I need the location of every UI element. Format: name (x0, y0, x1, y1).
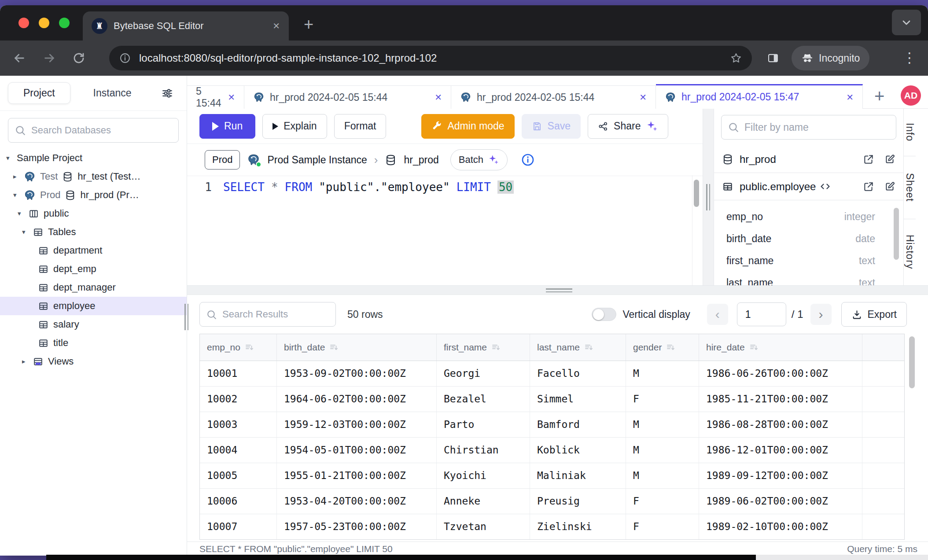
table-row[interactable]: 100071957-05-23T00:00:00ZTzvetanZielinsk… (200, 514, 904, 539)
close-tab-icon[interactable]: ✕ (273, 21, 280, 31)
tree-settings-button[interactable] (161, 87, 173, 99)
minimize-window-button[interactable] (39, 18, 49, 28)
external-link-icon[interactable] (863, 154, 874, 165)
bookmark-star-icon[interactable] (730, 52, 742, 64)
schema-database-row[interactable]: hr_prod (714, 146, 903, 173)
sidebar-resize-handle[interactable] (184, 304, 188, 330)
browser-tab[interactable]: ♜ Bytebase SQL Editor ✕ (83, 11, 289, 41)
new-sheet-button[interactable]: + (874, 86, 884, 106)
database-search-input[interactable] (31, 125, 172, 136)
tree-item-table-department[interactable]: department (0, 241, 187, 260)
database-name[interactable]: hr_prod (404, 154, 438, 166)
code-icon[interactable] (819, 181, 831, 192)
external-link-icon[interactable] (863, 181, 874, 192)
site-info-icon[interactable] (119, 52, 131, 64)
tree-item-test-hr-test[interactable]: ▸ Test hr_test (Test… (0, 167, 187, 186)
column-header[interactable]: first_name (437, 334, 530, 361)
tree-item-tables-group[interactable]: ▾ Tables (0, 223, 187, 241)
close-tab-icon[interactable]: ✕ (846, 92, 854, 103)
next-page-button[interactable]: › (810, 304, 832, 325)
editor-tab-3[interactable]: hr_prod 2024-02-05 15:44 ✕ (451, 85, 656, 109)
results-horizontal-divider[interactable] (187, 285, 928, 295)
caret-down-icon[interactable]: ▾ (13, 191, 19, 199)
vertical-display-toggle[interactable] (592, 308, 616, 321)
page-number-input[interactable] (737, 302, 786, 326)
schema-table-row[interactable]: public.employee (714, 173, 903, 200)
sort-icon[interactable] (329, 343, 338, 352)
editor-tab-4-active[interactable]: hr_prod 2024-02-05 15:47 ✕ (656, 84, 863, 109)
horizontal-resize-handle[interactable] (546, 288, 572, 294)
close-tab-icon[interactable]: ✕ (639, 92, 647, 103)
run-button[interactable]: Run (199, 114, 255, 139)
admin-mode-button[interactable]: Admin mode (421, 114, 514, 139)
reload-button[interactable] (72, 52, 85, 65)
export-button[interactable]: Export (841, 302, 907, 327)
format-button[interactable]: Format (334, 114, 387, 139)
table-row[interactable]: 100031959-12-03T00:00:00ZPartoBamfordM19… (200, 412, 904, 438)
tab-project[interactable]: Project (8, 82, 70, 104)
vertical-resize-handle[interactable] (706, 184, 710, 210)
new-tab-button[interactable]: + (304, 15, 313, 34)
caret-down-icon[interactable]: ▾ (18, 210, 24, 217)
tab-history[interactable]: History (904, 219, 916, 285)
caret-right-icon[interactable]: ▸ (22, 357, 28, 365)
instance-name[interactable]: Prod Sample Instance (267, 154, 367, 166)
sort-icon[interactable] (666, 343, 675, 352)
share-button[interactable]: Share (588, 114, 668, 139)
tree-item-schema-public[interactable]: ▾ public (0, 204, 187, 223)
side-panel-button[interactable] (767, 52, 779, 66)
results-search-input[interactable] (222, 309, 329, 320)
tab-instance[interactable]: Instance (93, 87, 132, 99)
browser-menu-button[interactable]: ⋮ (902, 49, 917, 66)
table-row[interactable]: 100051955-01-21T00:00:00ZKyoichiMaliniak… (200, 463, 904, 489)
editor-scrollbar[interactable] (692, 175, 700, 285)
sort-icon[interactable] (749, 343, 758, 352)
editor-tab-2[interactable]: hr_prod 2024-02-05 15:44 ✕ (244, 85, 451, 109)
close-tab-icon[interactable]: ✕ (228, 92, 235, 103)
forward-button[interactable] (42, 51, 56, 65)
tab-search-chevron-button[interactable] (892, 10, 921, 35)
close-tab-icon[interactable]: ✕ (435, 92, 442, 103)
sort-icon[interactable] (491, 343, 500, 352)
table-row[interactable]: 100021964-06-02T00:00:00ZBezalelSimmelF1… (200, 387, 904, 412)
prev-page-button[interactable]: ‹ (707, 304, 728, 325)
close-window-button[interactable] (18, 18, 29, 28)
sort-icon[interactable] (245, 343, 254, 352)
explain-button[interactable]: Explain (262, 114, 327, 139)
sort-icon[interactable] (584, 343, 593, 352)
caret-down-icon[interactable]: ▾ (22, 228, 28, 236)
column-header[interactable]: last_name (530, 334, 626, 361)
tab-info[interactable]: Info (904, 109, 916, 156)
sql-editor[interactable]: 1 SELECT * FROM "public"."employee" LIMI… (187, 176, 703, 285)
panel-vertical-divider[interactable] (703, 109, 714, 285)
edit-icon[interactable] (884, 181, 895, 192)
tree-item-table-salary[interactable]: salary (0, 315, 187, 334)
tree-item-table-title[interactable]: title (0, 334, 187, 352)
url-bar[interactable]: localhost:8080/sql-editor/prod-sample-in… (109, 46, 752, 70)
back-button[interactable] (12, 51, 26, 65)
caret-right-icon[interactable]: ▸ (13, 173, 19, 181)
user-avatar[interactable]: AD (901, 85, 921, 106)
schema-filter[interactable] (721, 115, 896, 140)
tree-item-views-group[interactable]: ▸ Views (0, 352, 187, 371)
table-scrollbar-thumb[interactable] (909, 336, 915, 388)
column-header[interactable]: hire_date (699, 334, 862, 361)
save-button[interactable]: Save (522, 114, 581, 139)
column-header[interactable]: gender (626, 334, 699, 361)
connection-info-icon[interactable] (521, 153, 535, 167)
zoom-window-button[interactable] (59, 18, 70, 28)
table-row[interactable]: 100061953-04-20T00:00:00ZAnnekePreusigF1… (200, 489, 904, 514)
tree-item-sample-project[interactable]: ▾ Sample Project (0, 149, 187, 167)
editor-tab-1[interactable]: 5 15:44 ✕ (187, 85, 244, 109)
schema-filter-input[interactable] (744, 122, 890, 133)
tree-item-prod-hr-prod[interactable]: ▾ Prod hr_prod (Pr… (0, 186, 187, 204)
results-search[interactable] (199, 302, 336, 327)
edit-icon[interactable] (884, 154, 895, 165)
tree-item-table-employee[interactable]: employee (0, 297, 187, 315)
batch-mode-button[interactable]: Batch (450, 149, 508, 170)
code-line-1[interactable]: 1 SELECT * FROM "public"."employee" LIMI… (187, 181, 703, 194)
table-row[interactable]: 100041954-05-01T00:00:00ZChirstianKoblic… (200, 438, 904, 463)
column-header[interactable]: birth_date (277, 334, 437, 361)
caret-down-icon[interactable]: ▾ (6, 154, 12, 162)
schema-scrollbar-thumb[interactable] (894, 208, 899, 260)
